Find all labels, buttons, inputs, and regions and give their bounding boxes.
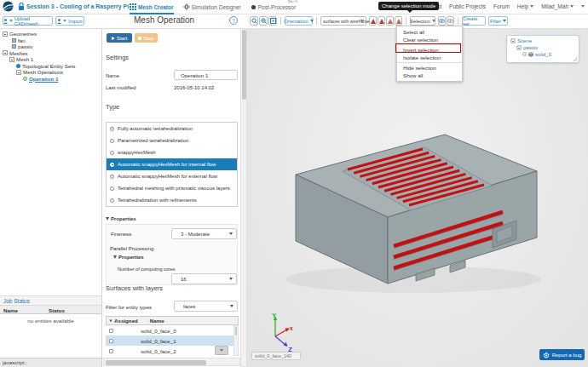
scrollbar-thumb[interactable]	[106, 360, 206, 365]
scrollbar-thumb[interactable]	[235, 327, 237, 335]
scrollbar-thumb[interactable]	[242, 30, 246, 100]
toolbar-separator	[316, 17, 317, 25]
type-option[interactable]: Automatic snappyHexMesh for external flo…	[107, 170, 237, 182]
hover-highlight-button[interactable]	[438, 16, 446, 26]
type-option[interactable]: Tetrahedral meshing with prismatic visco…	[107, 182, 237, 194]
simscale-logo-icon[interactable]	[3, 1, 14, 12]
properties-collapse[interactable]: Properties	[106, 216, 136, 221]
checkbox[interactable]	[109, 349, 113, 353]
fineness-select[interactable]: 3 - Moderate	[171, 228, 237, 239]
view-tool-button-3[interactable]	[386, 16, 394, 26]
sort-caret-icon[interactable]	[109, 319, 112, 322]
start-button[interactable]: Start	[107, 33, 132, 43]
cores-select[interactable]: 16	[171, 273, 237, 284]
horizontal-scrollbar[interactable]	[103, 358, 240, 366]
report-bug-button[interactable]: Report a bug	[539, 349, 585, 360]
checkbox[interactable]	[109, 339, 113, 343]
table-scrollbar[interactable]	[233, 325, 239, 356]
type-option[interactable]: snappyHexMesh	[107, 146, 237, 158]
resize-handle-icon[interactable]	[573, 56, 578, 61]
show-hidden-button[interactable]	[447, 16, 454, 26]
view-tool-button-1[interactable]	[369, 16, 377, 26]
scene-label: Scene	[517, 38, 532, 43]
zoom-out-button[interactable]	[259, 16, 268, 26]
help-button[interactable]: ?	[229, 16, 238, 25]
tree-item-topological-entity-sets[interactable]: Topological Entity Sets	[16, 63, 75, 69]
chevron-down-icon	[503, 20, 506, 22]
tree-item-mesh-1[interactable]: Mesh 1	[9, 56, 33, 62]
name-label: Name	[106, 73, 119, 78]
job-status-header[interactable]: Job Status	[0, 295, 101, 306]
fit-view-button[interactable]	[268, 16, 277, 26]
tab-post-processor[interactable]: Post-Processor BETA	[251, 1, 296, 13]
column-assigned[interactable]: Assigned	[114, 318, 138, 324]
collapse-icon[interactable]	[516, 45, 521, 49]
selection-dropdown[interactable]: Selection	[410, 16, 435, 26]
status-text: javascript:;	[3, 360, 27, 365]
view-tool-button-2[interactable]	[378, 16, 385, 26]
nav-user-menu[interactable]: Milad_Mah	[541, 3, 574, 9]
collapse-icon[interactable]	[3, 50, 8, 55]
type-option-selected[interactable]: Automatic snappyHexMesh for internal flo…	[107, 158, 237, 170]
menu-item-invert-selection[interactable]: Invert selection	[397, 46, 462, 54]
scene-item-solid-0[interactable]: solid_0	[522, 52, 551, 57]
radio-icon	[110, 186, 114, 191]
modified-value: 2016-05-10 14:02	[174, 85, 214, 90]
render-mode-select[interactable]: surfaces with wireframe	[320, 16, 366, 26]
type-option[interactable]: Parametrized tetrahedralization	[107, 135, 237, 146]
name-input[interactable]: Operation 1	[174, 70, 238, 80]
tree-item-mesh-operations[interactable]: Mesh Operations	[16, 69, 63, 75]
type-option[interactable]: Fully automatic tetrahedralization	[107, 123, 237, 135]
selection-mode-tooltip: Change selection mode	[378, 2, 439, 10]
view-tool-button-4[interactable]	[395, 16, 402, 26]
scene-group-passiv[interactable]: passiv	[516, 45, 538, 50]
filter-dropdown[interactable]: Filter	[488, 16, 508, 26]
entity-filter-select[interactable]: faces	[174, 301, 238, 312]
table-row[interactable]: solid_0_face_0	[106, 325, 233, 335]
scene-tree-overlay[interactable]: Scene passiv solid_0	[506, 35, 579, 63]
scene-root[interactable]: Scene	[510, 38, 532, 43]
tree-item-meshes[interactable]: Meshes	[3, 50, 28, 56]
tree-item-passiv[interactable]: passiv	[12, 43, 33, 49]
tree-item-geometries[interactable]: Geometries	[3, 31, 37, 37]
collapse-icon[interactable]	[16, 70, 21, 75]
collapse-icon[interactable]	[510, 38, 515, 43]
orientation-dropdown[interactable]: Orientation	[285, 16, 313, 26]
chevron-down-icon	[230, 305, 233, 307]
red-triangle-icon	[388, 19, 393, 24]
option-label: Automatic snappyHexMesh for internal flo…	[118, 162, 216, 167]
cores-value: 16	[181, 277, 187, 282]
upload-cad-button[interactable]: Upload CAD/mesh	[3, 16, 53, 26]
checkbox[interactable]	[109, 329, 113, 333]
import-button[interactable]: Import	[55, 16, 84, 26]
table-row-highlighted[interactable]: solid_0_face_1	[106, 335, 233, 346]
column-name[interactable]: Name	[150, 318, 164, 324]
nav-help-menu[interactable]: Help	[517, 3, 533, 9]
menu-item-isolate-selection[interactable]: Isolate selection	[397, 54, 462, 61]
panel-scrollbar[interactable]	[240, 14, 247, 367]
tab-simulation-designer[interactable]: Simulation Designer	[183, 1, 241, 13]
type-option[interactable]: Tetrahedralization with refinements	[107, 194, 237, 206]
tree-item-fan[interactable]: fan	[12, 37, 26, 43]
menu-item-hide-selection[interactable]: Hide selection	[397, 64, 462, 72]
collapse-icon[interactable]	[3, 32, 8, 37]
table-scroll-button[interactable]	[215, 346, 228, 355]
red-triangle-icon	[396, 19, 401, 24]
tab-label: Post-Processor	[258, 4, 296, 10]
menu-item-select-all[interactable]: Select all	[397, 28, 462, 36]
create-set-button[interactable]: Create set	[462, 16, 486, 26]
nav-public-projects[interactable]: Public Projects	[449, 3, 486, 9]
menu-item-show-all[interactable]: Show all	[397, 72, 462, 79]
nav-extra-menu-icon[interactable]	[581, 5, 585, 8]
stop-button[interactable]: Stop	[135, 33, 158, 43]
collapse-icon[interactable]	[9, 57, 14, 62]
axis-triad[interactable]: Y x Z	[262, 311, 298, 352]
checkbox[interactable]	[522, 52, 526, 55]
menu-item-clear-selection[interactable]: Clear selection	[397, 36, 462, 43]
inner-properties-collapse[interactable]: Properties	[113, 255, 144, 260]
tree-item-operation-1[interactable]: Operation 1	[23, 76, 58, 82]
nav-forum[interactable]: Forum	[493, 3, 510, 9]
zoom-in-button[interactable]	[250, 16, 258, 26]
tab-mesh-creator[interactable]: Mesh Creator	[130, 1, 174, 14]
option-label: Parametrized tetrahedralization	[118, 138, 188, 143]
